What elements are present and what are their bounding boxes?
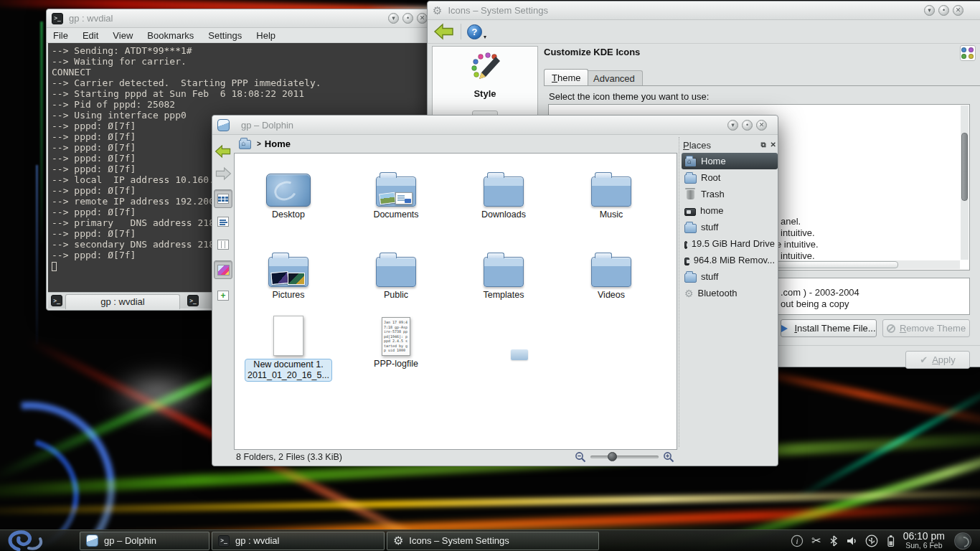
- taskbar-task-dolphin[interactable]: gp – Dolphin: [80, 532, 209, 550]
- close-panel-button[interactable]: ✕: [771, 141, 776, 149]
- maximize-button[interactable]: •: [742, 120, 753, 131]
- text-preview-icon: Jan 17 09:47:18 gp-Aspire-5738 pppd[1946…: [382, 317, 410, 356]
- zoom-slider[interactable]: [590, 456, 659, 458]
- tab-advanced[interactable]: Advanced: [585, 70, 643, 85]
- sidebar-item-style[interactable]: Style: [433, 51, 537, 99]
- dolphin-titlebar[interactable]: gp – Dolphin ▾ • ✕: [212, 116, 778, 135]
- menu-bookmarks[interactable]: Bookmarks: [147, 30, 194, 41]
- taskbar-task-konsole[interactable]: >_ gp : wvdial: [212, 532, 385, 550]
- battery-icon[interactable]: [886, 534, 895, 547]
- menu-edit[interactable]: Edit: [83, 30, 98, 41]
- select-theme-label: Select the icon theme you want to use:: [549, 91, 709, 102]
- vertical-scrollbar[interactable]: [961, 105, 969, 260]
- close-button[interactable]: ✕: [417, 13, 428, 24]
- place-item-bluetooth[interactable]: ⚙ Bluetooth: [682, 285, 778, 301]
- zoom-slider-knob[interactable]: [608, 452, 617, 461]
- close-tab-button[interactable]: >_: [184, 293, 202, 308]
- klipper-scissors-icon[interactable]: ✂: [811, 535, 821, 547]
- folder-view[interactable]: Desktop Documents Downloads Music: [234, 153, 677, 450]
- info-tray-icon[interactable]: i: [791, 534, 804, 547]
- place-item-root[interactable]: Root: [682, 169, 778, 186]
- clock[interactable]: 06:10 pm Sun, 6 Feb: [903, 531, 945, 550]
- place-item-home-partition[interactable]: home: [682, 202, 778, 219]
- minimize-button[interactable]: ▾: [727, 120, 738, 131]
- close-button[interactable]: ✕: [953, 5, 963, 16]
- drag-ghost-artifact: [511, 349, 528, 360]
- item-label: Pictures: [235, 290, 342, 301]
- toolbar-separator: [461, 24, 461, 39]
- place-item-hard-drive[interactable]: 19.5 GiB Hard Drive: [682, 235, 778, 252]
- system-tray: i ✂ 06:10 pm Sun, 6 Feb: [791, 531, 980, 550]
- folder-item-public[interactable]: Public: [342, 241, 450, 301]
- maximize-button[interactable]: •: [938, 5, 949, 16]
- panel-toolbox-cashew[interactable]: [954, 532, 971, 550]
- scrollbar-thumb[interactable]: [961, 133, 968, 201]
- place-item-home[interactable]: ⌂ Home: [682, 153, 778, 169]
- forward-button[interactable]: [214, 164, 232, 183]
- maximize-button[interactable]: •: [402, 13, 413, 24]
- selected-file-label: New document 1.2011_01_20_16_5...: [245, 359, 332, 382]
- back-button[interactable]: [214, 142, 232, 161]
- folder-icon: [591, 257, 631, 287]
- place-item-stuff[interactable]: stuff: [682, 219, 778, 235]
- item-label: Desktop: [235, 209, 342, 220]
- preview-button[interactable]: [214, 260, 232, 279]
- place-label: 19.5 GiB Hard Drive: [692, 238, 775, 249]
- folder-item-documents[interactable]: Documents: [342, 161, 450, 220]
- folder-item-videos[interactable]: Videos: [557, 241, 665, 301]
- zoom-controls: [575, 448, 674, 466]
- volume-icon[interactable]: [846, 535, 857, 547]
- system-settings-titlebar[interactable]: ⚙ Icons – System Settings ▾ • ✕: [428, 1, 980, 20]
- columns-view-icon: [217, 240, 229, 250]
- breadcrumb-home[interactable]: Home: [265, 138, 291, 149]
- app-launcher-button[interactable]: [0, 530, 77, 551]
- folder-item-downloads[interactable]: Downloads: [450, 161, 557, 220]
- file-item-new-document[interactable]: New document 1.2011_01_20_16_5...: [235, 310, 342, 382]
- menu-file[interactable]: File: [53, 30, 68, 41]
- breadcrumb-home-button[interactable]: ⌂: [236, 136, 253, 151]
- new-tab-button[interactable]: >_: [48, 293, 65, 308]
- icon-sizes-button[interactable]: [960, 45, 976, 61]
- clock-date: Sun, 6 Feb: [903, 542, 945, 550]
- close-button[interactable]: ✕: [756, 120, 767, 131]
- place-item-removable[interactable]: 964.8 MiB Remov...: [682, 252, 778, 268]
- folder-item-music[interactable]: Music: [557, 161, 665, 220]
- places-panel: Places ⧉ ✕ ⌂ Home Root Trash home: [679, 137, 778, 447]
- item-label: Public: [342, 290, 450, 301]
- float-panel-button[interactable]: ⧉: [760, 141, 765, 149]
- file-item-ppp-logfile[interactable]: Jan 17 09:47:18 gp-Aspire-5738 pppd[1946…: [342, 310, 450, 369]
- columns-view-button[interactable]: [214, 235, 232, 254]
- zoom-out-icon[interactable]: [575, 451, 586, 463]
- terminal-line: --> Carrier detected. Starting PPP immed…: [52, 77, 428, 88]
- minimize-button[interactable]: ▾: [388, 13, 399, 24]
- zoom-in-icon[interactable]: [663, 451, 674, 463]
- folder-item-pictures[interactable]: Pictures: [235, 241, 342, 301]
- bluetooth-tray-icon[interactable]: [829, 535, 838, 547]
- places-header: Places ⧉ ✕: [682, 137, 778, 153]
- wallpaper-glow: [108, 369, 208, 420]
- menu-settings[interactable]: Settings: [208, 30, 242, 41]
- menu-help[interactable]: Help: [256, 30, 275, 41]
- place-item-trash[interactable]: Trash: [682, 186, 778, 202]
- back-button[interactable]: [433, 23, 455, 40]
- theme-list-text: anel.: [781, 216, 801, 227]
- help-button[interactable]: ?: [467, 24, 482, 39]
- folder-item-templates[interactable]: Templates: [450, 241, 557, 301]
- install-theme-button[interactable]: Install Theme File...: [781, 319, 877, 337]
- tab-label: Theme: [552, 72, 580, 83]
- menu-view[interactable]: View: [113, 30, 133, 41]
- device-notifier-usb-icon[interactable]: [865, 534, 878, 547]
- tab-theme[interactable]: Theme: [544, 69, 588, 85]
- remove-theme-button[interactable]: Remove Theme: [882, 319, 970, 337]
- apply-button[interactable]: ✔ Apply: [905, 351, 970, 369]
- place-item-stuff-2[interactable]: stuff: [682, 268, 778, 285]
- konsole-tab[interactable]: gp : wvdial: [65, 294, 180, 309]
- folder-item-desktop[interactable]: Desktop: [235, 161, 342, 220]
- taskbar-task-system-settings[interactable]: ⚙ Icons – System Settings: [387, 532, 599, 550]
- details-view-button[interactable]: [214, 212, 232, 231]
- konsole-titlebar[interactable]: >_ gp : wvdial ▾ • ✕: [47, 9, 433, 28]
- split-view-button[interactable]: +: [214, 286, 232, 305]
- minimize-button[interactable]: ▾: [924, 5, 935, 16]
- places-header-label: Places: [683, 140, 711, 151]
- icons-view-button[interactable]: [214, 189, 232, 208]
